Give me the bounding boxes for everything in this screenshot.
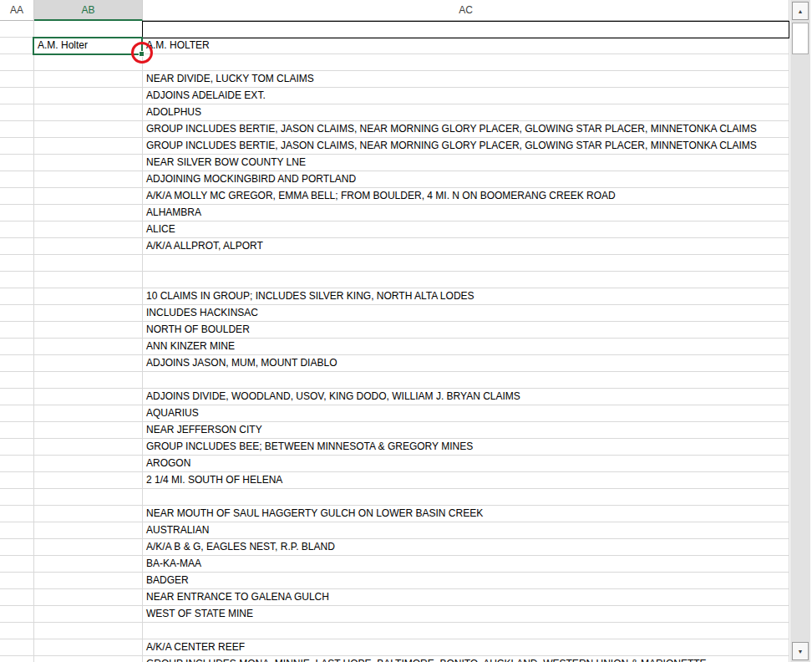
cell[interactable] xyxy=(34,205,143,222)
cell[interactable] xyxy=(34,539,143,556)
cell[interactable]: ADOLPHUS xyxy=(143,104,789,121)
cell[interactable]: A.M. Holter xyxy=(34,38,143,54)
cell[interactable] xyxy=(0,288,34,305)
cell[interactable] xyxy=(0,623,34,639)
cell[interactable] xyxy=(34,222,143,238)
cell[interactable] xyxy=(0,422,34,439)
cell[interactable] xyxy=(0,88,34,104)
cell[interactable] xyxy=(34,623,143,639)
cell[interactable] xyxy=(0,489,34,506)
cell[interactable]: A/K/A MOLLY MC GREGOR, EMMA BELL; FROM B… xyxy=(143,188,789,205)
cell[interactable] xyxy=(34,339,143,355)
cell[interactable] xyxy=(0,539,34,556)
cell[interactable]: NEAR SILVER BOW COUNTY LNE xyxy=(143,155,789,171)
cell[interactable]: GROUP INCLUDES MONA, MINNIE, LAST HOPE, … xyxy=(143,656,789,662)
cell[interactable] xyxy=(34,389,143,405)
cell[interactable] xyxy=(0,21,34,38)
cell[interactable] xyxy=(0,71,34,88)
cell[interactable] xyxy=(34,355,143,372)
cell[interactable] xyxy=(34,322,143,339)
cell[interactable] xyxy=(34,238,143,255)
cell[interactable]: ADJOINS JASON, MUM, MOUNT DIABLO xyxy=(143,355,789,372)
cell[interactable] xyxy=(0,138,34,155)
cell[interactable] xyxy=(0,522,34,539)
cell[interactable] xyxy=(34,171,143,188)
cell[interactable] xyxy=(143,21,789,38)
cell[interactable] xyxy=(34,405,143,422)
cell[interactable]: A.M. HOLTER xyxy=(143,38,789,54)
cell[interactable] xyxy=(0,238,34,255)
cell[interactable]: AQUARIUS xyxy=(143,405,789,422)
cell[interactable] xyxy=(34,121,143,138)
cell[interactable] xyxy=(0,188,34,205)
cell[interactable] xyxy=(34,138,143,155)
cell[interactable]: BA-KA-MAA xyxy=(143,556,789,573)
cell[interactable] xyxy=(34,656,143,662)
cell[interactable] xyxy=(34,556,143,573)
cell[interactable]: A/K/A ALLPROT, ALPORT xyxy=(143,238,789,255)
cell[interactable]: BADGER xyxy=(143,573,789,589)
cell[interactable] xyxy=(0,54,34,71)
cell[interactable] xyxy=(0,339,34,355)
cell[interactable] xyxy=(0,656,34,662)
cell[interactable] xyxy=(34,255,143,272)
scrollbar-up-button[interactable]: ▲ xyxy=(792,2,809,20)
cell[interactable]: 2 1/4 MI. SOUTH OF HELENA xyxy=(143,472,789,489)
cell[interactable] xyxy=(34,522,143,539)
cell[interactable] xyxy=(34,639,143,656)
cell[interactable] xyxy=(0,205,34,222)
cell[interactable]: ALICE xyxy=(143,222,789,238)
cell[interactable] xyxy=(0,104,34,121)
cell[interactable] xyxy=(34,422,143,439)
cell[interactable]: AROGON xyxy=(143,456,789,472)
cell[interactable] xyxy=(34,606,143,623)
cell[interactable]: WEST OF STATE MINE xyxy=(143,606,789,623)
cell[interactable]: 10 CLAIMS IN GROUP; INCLUDES SILVER KING… xyxy=(143,288,789,305)
cell[interactable] xyxy=(0,405,34,422)
fill-handle[interactable] xyxy=(139,51,145,57)
cell[interactable] xyxy=(0,506,34,522)
cell[interactable] xyxy=(0,389,34,405)
cell[interactable] xyxy=(143,489,789,506)
cell[interactable]: A/K/A B & G, EAGLES NEST, R.P. BLAND xyxy=(143,539,789,556)
cell[interactable] xyxy=(0,155,34,171)
cell[interactable] xyxy=(143,255,789,272)
cell[interactable] xyxy=(34,456,143,472)
cell[interactable] xyxy=(34,589,143,606)
column-header-ab-selected[interactable]: AB xyxy=(34,0,143,21)
cell[interactable] xyxy=(0,121,34,138)
cell[interactable] xyxy=(0,439,34,456)
cell[interactable] xyxy=(34,54,143,71)
cell[interactable]: GROUP INCLUDES BERTIE, JASON CLAIMS, NEA… xyxy=(143,121,789,138)
cell[interactable]: NEAR DIVIDE, LUCKY TOM CLAIMS xyxy=(143,71,789,88)
cell[interactable]: NEAR JEFFERSON CITY xyxy=(143,422,789,439)
cell[interactable] xyxy=(34,506,143,522)
cell[interactable] xyxy=(0,372,34,389)
cell[interactable] xyxy=(0,472,34,489)
cell[interactable]: GROUP INCLUDES BEE; BETWEEN MINNESOTA & … xyxy=(143,439,789,456)
cell[interactable] xyxy=(34,21,143,38)
cell[interactable] xyxy=(34,489,143,506)
cell[interactable] xyxy=(0,606,34,623)
cell[interactable]: NEAR MOUTH OF SAUL HAGGERTY GULCH ON LOW… xyxy=(143,506,789,522)
cell[interactable]: NORTH OF BOULDER xyxy=(143,322,789,339)
column-header-ac[interactable]: AC xyxy=(143,0,789,21)
cell[interactable] xyxy=(34,573,143,589)
cell[interactable]: INCLUDES HACKINSAC xyxy=(143,305,789,322)
cell[interactable] xyxy=(34,305,143,322)
cell[interactable] xyxy=(0,456,34,472)
cell[interactable] xyxy=(34,472,143,489)
cell[interactable] xyxy=(0,305,34,322)
cell[interactable] xyxy=(0,589,34,606)
cell[interactable] xyxy=(143,272,789,288)
cell[interactable]: NEAR ENTRANCE TO GALENA GULCH xyxy=(143,589,789,606)
scrollbar-down-button[interactable]: ▼ xyxy=(792,642,809,660)
cell[interactable] xyxy=(0,272,34,288)
cell[interactable] xyxy=(143,54,789,71)
cell[interactable] xyxy=(34,104,143,121)
cell[interactable]: ADJOINING MOCKINGBIRD AND PORTLAND xyxy=(143,171,789,188)
cell[interactable] xyxy=(143,623,789,639)
cell[interactable] xyxy=(34,71,143,88)
cell[interactable] xyxy=(143,372,789,389)
cell[interactable] xyxy=(34,188,143,205)
